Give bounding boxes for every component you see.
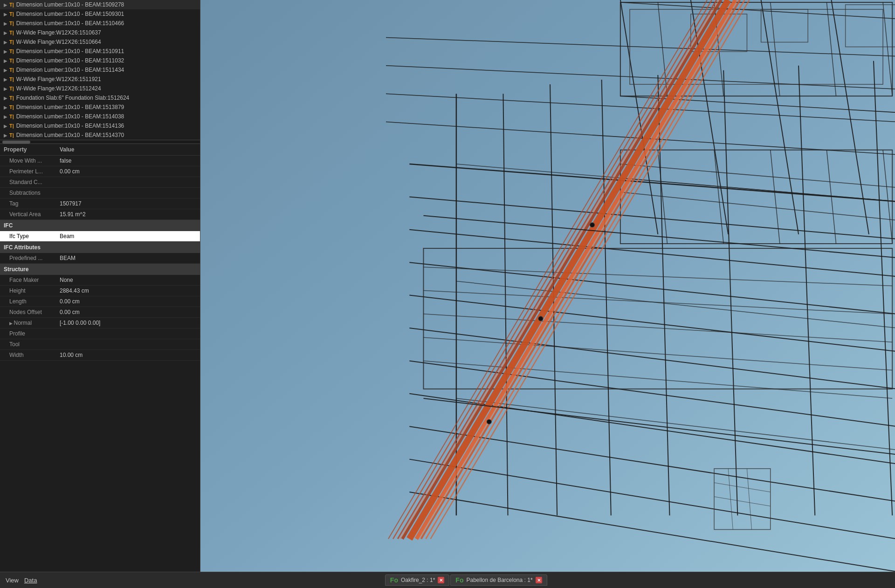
section-title: IFC — [0, 220, 200, 232]
prop-name: Vertical Area — [0, 209, 56, 220]
prop-value: 0.00 cm — [56, 166, 200, 177]
prop-row[interactable]: Profile — [0, 328, 200, 339]
tree-item[interactable]: ▶ T| Foundation Slab:6" Foundation Slab:… — [0, 93, 200, 103]
tree-item[interactable]: ▶ T| W-Wide Flange:W12X26:1512424 — [0, 84, 200, 93]
h-scrollbar[interactable] — [0, 140, 200, 144]
tree-arrow-icon: ▶ — [4, 123, 7, 129]
tree-arrow-icon: ▶ — [4, 58, 7, 63]
prop-name: Nodes Offset — [0, 307, 56, 318]
tree-item[interactable]: ▶ T| Dimension Lumber:10x10 - BEAM:15104… — [0, 19, 200, 28]
tree-beam-icon: T| — [9, 39, 14, 45]
tab-1[interactable]: Fo Pabellon de Barcelona : 1* ✕ — [450, 574, 547, 586]
prop-row[interactable]: Normal[-1.00 0.00 0.00] — [0, 318, 200, 328]
tree-arrow-icon: ▶ — [4, 114, 7, 119]
prop-row[interactable]: Tag1507917 — [0, 198, 200, 209]
prop-name: Height — [0, 286, 56, 296]
prop-section-header: IFC Attributes — [0, 242, 200, 253]
tree-arrow-icon: ▶ — [4, 30, 7, 35]
tree-beam-icon: T| — [9, 48, 14, 54]
tree-item[interactable]: ▶ T| Dimension Lumber:10x10 - BEAM:15143… — [0, 130, 200, 140]
prop-row[interactable]: Subtractions — [0, 188, 200, 198]
tree-item-label: W-Wide Flange:W12X26:1510664 — [16, 39, 101, 45]
prop-row[interactable]: Vertical Area15.91 m^2 — [0, 209, 200, 220]
prop-row[interactable]: Perimeter L...0.00 cm — [0, 166, 200, 177]
data-menu[interactable]: Data — [22, 576, 39, 585]
tree-arrow-icon: ▶ — [4, 2, 7, 7]
tree-item[interactable]: ▶ T| Dimension Lumber:10x10 - BEAM:15114… — [0, 65, 200, 75]
tab-close-button[interactable]: ✕ — [438, 577, 444, 583]
prop-value: BEAM — [56, 253, 200, 264]
prop-name: Move With ... — [0, 156, 56, 166]
left-panel: ▶ T| Dimension Lumber:10x10 - BEAM:15092… — [0, 0, 200, 572]
tree-arrow-icon: ▶ — [4, 105, 7, 110]
tree-beam-icon: T| — [9, 76, 14, 82]
tree-item[interactable]: ▶ T| W-Wide Flange:W12X26:1511921 — [0, 75, 200, 84]
properties-section[interactable]: Property Value Move With ...falsePerimet… — [0, 144, 200, 572]
prop-name: Profile — [0, 328, 56, 339]
prop-value — [56, 328, 200, 339]
prop-row[interactable]: Move With ...false — [0, 156, 200, 166]
prop-value: None — [56, 275, 200, 286]
tree-beam-icon: T| — [9, 21, 14, 26]
tab-close-button[interactable]: ✕ — [536, 577, 542, 583]
prop-row[interactable]: Width10.00 cm — [0, 350, 200, 361]
tree-item[interactable]: ▶ T| W-Wide Flange:W12X26:1510637 — [0, 28, 200, 37]
tree-arrow-icon: ▶ — [4, 12, 7, 17]
tree-item[interactable]: ▶ T| W-Wide Flange:W12X26:1510664 — [0, 37, 200, 47]
tree-item[interactable]: ▶ T| Dimension Lumber:10x10 - BEAM:15092… — [0, 0, 200, 9]
tree-item[interactable]: ▶ T| Dimension Lumber:10x10 - BEAM:15140… — [0, 112, 200, 121]
tree-beam-icon: T| — [9, 95, 14, 101]
tree-arrow-icon: ▶ — [4, 133, 7, 138]
prop-value: [-1.00 0.00 0.00] — [56, 318, 200, 328]
tree-item-label: Foundation Slab:6" Foundation Slab:15126… — [16, 95, 129, 101]
viewport-3d[interactable] — [200, 0, 895, 572]
tree-beam-icon: T| — [9, 58, 14, 63]
tree-beam-icon: T| — [9, 104, 14, 110]
prop-row[interactable]: Standard C... — [0, 177, 200, 188]
tree-item[interactable]: ▶ T| Dimension Lumber:10x10 - BEAM:15109… — [0, 47, 200, 56]
tree-item[interactable]: ▶ T| Dimension Lumber:10x10 - BEAM:15141… — [0, 121, 200, 130]
prop-row[interactable]: Ifc TypeBeam — [0, 231, 200, 242]
tab-0[interactable]: Fo Oakfire_2 : 1* ✕ — [385, 574, 449, 586]
h-scrollbar-thumb — [2, 141, 30, 144]
prop-name: Length — [0, 296, 56, 307]
prop-value: 15.91 m^2 — [56, 209, 200, 220]
scene-svg — [200, 0, 895, 572]
prop-name: Predefined ... — [0, 253, 56, 264]
tree-beam-icon: T| — [9, 86, 14, 91]
tree-arrow-icon: ▶ — [4, 49, 7, 54]
tab-bar: Fo Oakfire_2 : 1* ✕ Fo Pabellon de Barce… — [41, 574, 891, 586]
prop-row[interactable]: Predefined ...BEAM — [0, 253, 200, 264]
prop-row[interactable]: Nodes Offset0.00 cm — [0, 307, 200, 318]
tree-item[interactable]: ▶ T| Dimension Lumber:10x10 - BEAM:15093… — [0, 9, 200, 19]
prop-value: false — [56, 156, 200, 166]
tree-section[interactable]: ▶ T| Dimension Lumber:10x10 - BEAM:15092… — [0, 0, 200, 140]
tree-arrow-icon: ▶ — [4, 68, 7, 73]
tree-arrow-icon: ▶ — [4, 86, 7, 91]
prop-row[interactable]: Length0.00 cm — [0, 296, 200, 307]
prop-value: Beam — [56, 231, 200, 242]
prop-name: Width — [0, 350, 56, 361]
prop-header: Property Value — [0, 144, 200, 156]
prop-name: Tag — [0, 198, 56, 209]
tab-icon: Fo — [390, 576, 398, 584]
prop-row[interactable]: Face MakerNone — [0, 275, 200, 286]
tree-item-label: Dimension Lumber:10x10 - BEAM:1514038 — [16, 113, 124, 120]
prop-row[interactable]: Height2884.43 cm — [0, 286, 200, 296]
value-col-header: Value — [56, 144, 200, 156]
section-title: Structure — [0, 264, 200, 275]
prop-row[interactable]: Tool — [0, 339, 200, 350]
prop-name: Normal — [0, 318, 56, 328]
tree-item-label: Dimension Lumber:10x10 - BEAM:1514136 — [16, 123, 124, 129]
prop-value: 0.00 cm — [56, 296, 200, 307]
svg-point-74 — [590, 223, 595, 227]
tree-item-label: Dimension Lumber:10x10 - BEAM:1513879 — [16, 104, 124, 110]
prop-name: Subtractions — [0, 188, 56, 198]
tree-item-label: W-Wide Flange:W12X26:1511921 — [16, 76, 101, 82]
tree-arrow-icon: ▶ — [4, 21, 7, 26]
tree-item[interactable]: ▶ T| Dimension Lumber:10x10 - BEAM:15110… — [0, 56, 200, 65]
tree-item[interactable]: ▶ T| Dimension Lumber:10x10 - BEAM:15138… — [0, 103, 200, 112]
prop-col-header: Property — [0, 144, 56, 156]
view-menu[interactable]: View — [4, 576, 21, 585]
tree-arrow-icon: ▶ — [4, 40, 7, 45]
